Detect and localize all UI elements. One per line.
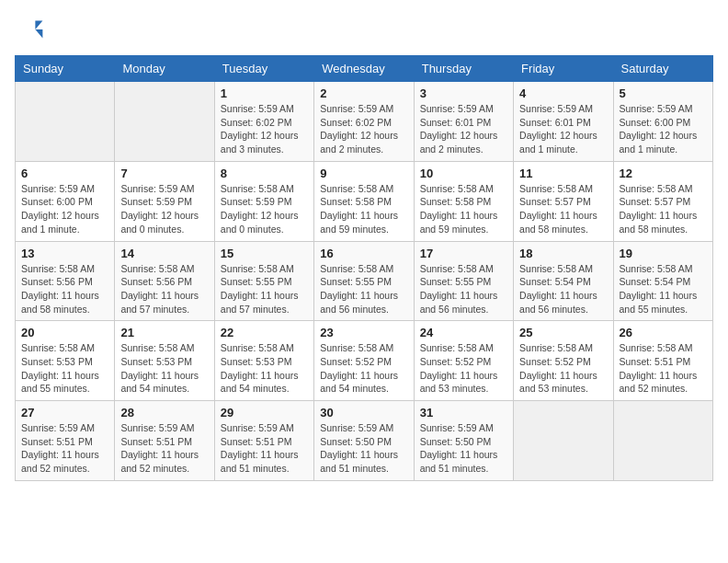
calendar-cell [514, 401, 613, 481]
day-detail: Sunrise: 5:58 AM Sunset: 5:59 PM Dayligh… [221, 182, 308, 236]
day-number: 11 [519, 167, 607, 180]
calendar-cell: 19Sunrise: 5:58 AM Sunset: 5:54 PM Dayli… [613, 241, 712, 321]
calendar-week-row: 1Sunrise: 5:59 AM Sunset: 6:02 PM Daylig… [16, 82, 713, 162]
calendar-cell: 26Sunrise: 5:58 AM Sunset: 5:51 PM Dayli… [613, 321, 712, 401]
day-detail: Sunrise: 5:59 AM Sunset: 6:00 PM Dayligh… [21, 182, 108, 236]
day-number: 30 [320, 406, 407, 419]
day-detail: Sunrise: 5:58 AM Sunset: 5:56 PM Dayligh… [120, 262, 208, 316]
day-number: 22 [221, 326, 308, 339]
day-number: 25 [519, 326, 607, 339]
day-detail: Sunrise: 5:58 AM Sunset: 5:55 PM Dayligh… [221, 262, 308, 316]
calendar-cell: 12Sunrise: 5:58 AM Sunset: 5:57 PM Dayli… [613, 161, 712, 241]
svg-marker-0 [35, 20, 42, 29]
day-number: 1 [221, 86, 308, 100]
calendar-week-row: 27Sunrise: 5:59 AM Sunset: 5:51 PM Dayli… [16, 401, 713, 481]
day-number: 12 [620, 167, 707, 180]
weekday-header: Tuesday [214, 56, 313, 82]
calendar-cell: 17Sunrise: 5:58 AM Sunset: 5:55 PM Dayli… [414, 241, 513, 321]
page-header [15, 15, 713, 44]
day-number: 18 [519, 247, 607, 260]
day-detail: Sunrise: 5:59 AM Sunset: 6:02 PM Dayligh… [221, 102, 308, 156]
calendar-cell: 14Sunrise: 5:58 AM Sunset: 5:56 PM Dayli… [115, 241, 214, 321]
day-detail: Sunrise: 5:58 AM Sunset: 5:54 PM Dayligh… [620, 262, 707, 316]
calendar-cell: 9Sunrise: 5:58 AM Sunset: 5:58 PM Daylig… [314, 161, 414, 241]
calendar-cell [115, 82, 214, 162]
day-detail: Sunrise: 5:58 AM Sunset: 5:53 PM Dayligh… [120, 341, 208, 396]
day-number: 7 [120, 167, 208, 180]
day-number: 4 [519, 86, 607, 100]
day-number: 19 [620, 247, 707, 260]
day-detail: Sunrise: 5:59 AM Sunset: 5:51 PM Dayligh… [120, 421, 208, 476]
day-detail: Sunrise: 5:58 AM Sunset: 5:52 PM Dayligh… [320, 341, 407, 396]
day-detail: Sunrise: 5:58 AM Sunset: 5:57 PM Dayligh… [620, 182, 707, 236]
weekday-header: Friday [514, 56, 613, 82]
calendar-cell: 18Sunrise: 5:58 AM Sunset: 5:54 PM Dayli… [514, 241, 613, 321]
day-number: 9 [320, 167, 407, 180]
day-number: 17 [420, 247, 507, 260]
day-detail: Sunrise: 5:58 AM Sunset: 5:53 PM Dayligh… [21, 341, 108, 396]
weekday-header: Thursday [414, 56, 513, 82]
logo [15, 15, 48, 44]
calendar-cell: 2Sunrise: 5:59 AM Sunset: 6:02 PM Daylig… [314, 82, 414, 162]
calendar-cell: 5Sunrise: 5:59 AM Sunset: 6:00 PM Daylig… [613, 82, 712, 162]
day-detail: Sunrise: 5:59 AM Sunset: 5:51 PM Dayligh… [221, 421, 308, 476]
calendar-cell: 20Sunrise: 5:58 AM Sunset: 5:53 PM Dayli… [16, 321, 115, 401]
calendar-cell: 6Sunrise: 5:59 AM Sunset: 6:00 PM Daylig… [16, 161, 115, 241]
calendar-week-row: 6Sunrise: 5:59 AM Sunset: 6:00 PM Daylig… [16, 161, 713, 241]
day-number: 5 [620, 86, 707, 100]
day-number: 3 [420, 86, 507, 100]
calendar-cell [16, 82, 115, 162]
weekday-header: Monday [115, 56, 214, 82]
day-detail: Sunrise: 5:59 AM Sunset: 6:00 PM Dayligh… [620, 102, 707, 156]
calendar-cell: 25Sunrise: 5:58 AM Sunset: 5:52 PM Dayli… [514, 321, 613, 401]
calendar-cell: 10Sunrise: 5:58 AM Sunset: 5:58 PM Dayli… [414, 161, 513, 241]
calendar-week-row: 20Sunrise: 5:58 AM Sunset: 5:53 PM Dayli… [16, 321, 713, 401]
day-detail: Sunrise: 5:59 AM Sunset: 5:50 PM Dayligh… [420, 421, 507, 476]
calendar-cell: 3Sunrise: 5:59 AM Sunset: 6:01 PM Daylig… [414, 82, 513, 162]
calendar-cell: 27Sunrise: 5:59 AM Sunset: 5:51 PM Dayli… [16, 401, 115, 481]
calendar-cell: 8Sunrise: 5:58 AM Sunset: 5:59 PM Daylig… [214, 161, 313, 241]
calendar-cell [613, 401, 712, 481]
calendar-cell: 24Sunrise: 5:58 AM Sunset: 5:52 PM Dayli… [414, 321, 513, 401]
day-number: 26 [620, 326, 707, 339]
calendar-cell: 22Sunrise: 5:58 AM Sunset: 5:53 PM Dayli… [214, 321, 313, 401]
weekday-header: Wednesday [314, 56, 414, 82]
day-detail: Sunrise: 5:58 AM Sunset: 5:53 PM Dayligh… [221, 341, 308, 396]
calendar-table: SundayMondayTuesdayWednesdayThursdayFrid… [15, 55, 713, 481]
day-number: 23 [320, 326, 407, 339]
day-number: 31 [420, 406, 507, 419]
calendar-cell: 28Sunrise: 5:59 AM Sunset: 5:51 PM Dayli… [115, 401, 214, 481]
calendar-cell: 29Sunrise: 5:59 AM Sunset: 5:51 PM Dayli… [214, 401, 313, 481]
day-detail: Sunrise: 5:59 AM Sunset: 6:01 PM Dayligh… [420, 102, 507, 156]
day-detail: Sunrise: 5:59 AM Sunset: 5:59 PM Dayligh… [120, 182, 208, 236]
day-number: 2 [320, 86, 407, 100]
calendar-cell: 16Sunrise: 5:58 AM Sunset: 5:55 PM Dayli… [314, 241, 414, 321]
day-detail: Sunrise: 5:58 AM Sunset: 5:55 PM Dayligh… [320, 262, 407, 316]
calendar-cell: 7Sunrise: 5:59 AM Sunset: 5:59 PM Daylig… [115, 161, 214, 241]
weekday-header: Saturday [613, 56, 712, 82]
calendar-cell: 23Sunrise: 5:58 AM Sunset: 5:52 PM Dayli… [314, 321, 414, 401]
day-detail: Sunrise: 5:58 AM Sunset: 5:58 PM Dayligh… [320, 182, 407, 236]
calendar-cell: 4Sunrise: 5:59 AM Sunset: 6:01 PM Daylig… [514, 82, 613, 162]
day-number: 13 [21, 247, 108, 260]
calendar-cell: 1Sunrise: 5:59 AM Sunset: 6:02 PM Daylig… [214, 82, 313, 162]
day-detail: Sunrise: 5:58 AM Sunset: 5:58 PM Dayligh… [420, 182, 507, 236]
day-detail: Sunrise: 5:59 AM Sunset: 6:02 PM Dayligh… [320, 102, 407, 156]
calendar-cell: 13Sunrise: 5:58 AM Sunset: 5:56 PM Dayli… [16, 241, 115, 321]
day-detail: Sunrise: 5:58 AM Sunset: 5:57 PM Dayligh… [519, 182, 607, 236]
day-number: 6 [21, 167, 108, 180]
day-detail: Sunrise: 5:58 AM Sunset: 5:52 PM Dayligh… [420, 341, 507, 396]
day-number: 29 [221, 406, 308, 419]
day-detail: Sunrise: 5:59 AM Sunset: 5:50 PM Dayligh… [320, 421, 407, 476]
calendar-cell: 30Sunrise: 5:59 AM Sunset: 5:50 PM Dayli… [314, 401, 414, 481]
day-number: 28 [120, 406, 208, 419]
day-detail: Sunrise: 5:59 AM Sunset: 6:01 PM Dayligh… [519, 102, 607, 156]
calendar-cell: 15Sunrise: 5:58 AM Sunset: 5:55 PM Dayli… [214, 241, 313, 321]
day-number: 14 [120, 247, 208, 260]
calendar-week-row: 13Sunrise: 5:58 AM Sunset: 5:56 PM Dayli… [16, 241, 713, 321]
day-detail: Sunrise: 5:58 AM Sunset: 5:54 PM Dayligh… [519, 262, 607, 316]
day-number: 15 [221, 247, 308, 260]
day-number: 20 [21, 326, 108, 339]
day-detail: Sunrise: 5:59 AM Sunset: 5:51 PM Dayligh… [21, 421, 108, 476]
day-number: 24 [420, 326, 507, 339]
